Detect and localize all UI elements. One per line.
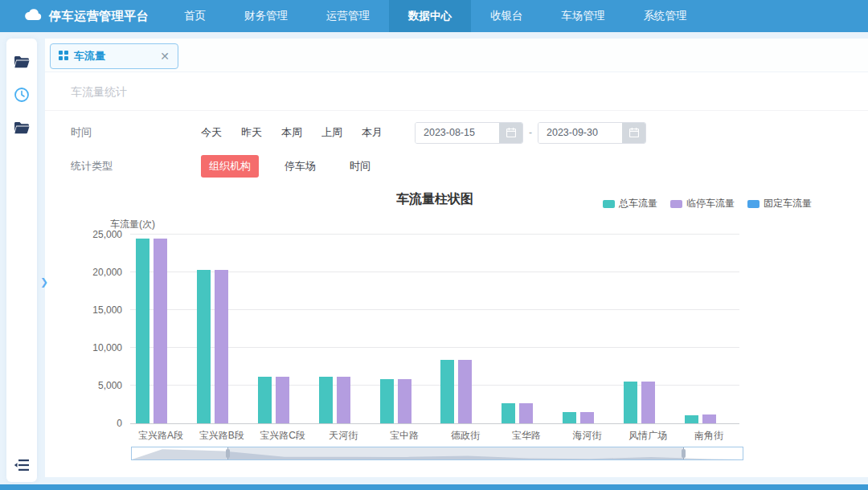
quick-option-3[interactable]: 上周 bbox=[321, 125, 342, 140]
legend-swatch bbox=[603, 200, 615, 208]
bar-总车流量 bbox=[258, 377, 272, 423]
bar-临停车流量 bbox=[702, 414, 716, 423]
nav-item-4[interactable]: 收银台 bbox=[471, 0, 542, 32]
collapse-menu-icon[interactable] bbox=[13, 456, 31, 474]
y-tick: 10,000 bbox=[74, 342, 122, 353]
legend-label: 临停车流量 bbox=[686, 197, 735, 210]
x-tick: 德政街 bbox=[435, 429, 496, 443]
bottom-strip bbox=[0, 484, 868, 490]
x-tick: 宝兴路B段 bbox=[191, 429, 252, 443]
tab-bar: 车流量 ✕ bbox=[45, 39, 868, 72]
bar-总车流量 bbox=[380, 379, 394, 423]
bar-总车流量 bbox=[502, 403, 515, 423]
x-tick: 宝华路 bbox=[496, 429, 557, 443]
brand: 停车运营管理平台 bbox=[0, 8, 165, 24]
datazoom-handle-left[interactable] bbox=[226, 449, 230, 458]
x-tick: 宝兴路C段 bbox=[252, 429, 313, 443]
legend-item-1[interactable]: 临停车流量 bbox=[670, 197, 735, 210]
chart-legend: 总车流量临停车流量固定车流量 bbox=[603, 197, 812, 210]
bar-临停车流量 bbox=[519, 403, 533, 423]
panel-header: 车流量统计 bbox=[45, 72, 868, 111]
bar-临停车流量 bbox=[154, 239, 167, 423]
filters: 时间 今天昨天本周上周本月 - 统计类型 组 bbox=[45, 111, 868, 183]
datazoom-handle-right[interactable] bbox=[682, 449, 686, 458]
type-filter-label: 统计类型 bbox=[71, 159, 201, 174]
type-option-2[interactable]: 时间 bbox=[342, 155, 379, 178]
x-tick: 南角街 bbox=[678, 429, 739, 443]
legend-label: 总车流量 bbox=[619, 197, 657, 210]
date-range: - bbox=[415, 122, 646, 144]
x-tick: 风情广场 bbox=[617, 429, 678, 443]
legend-swatch bbox=[747, 200, 760, 208]
tab-traffic-flow[interactable]: 车流量 ✕ bbox=[50, 43, 178, 69]
quick-option-4[interactable]: 本月 bbox=[362, 125, 383, 140]
top-navbar: 停车运营管理平台 首页财务管理运营管理数据中心收银台车场管理系统管理 bbox=[0, 0, 868, 32]
time-filter-label: 时间 bbox=[71, 125, 201, 140]
bar-总车流量 bbox=[440, 360, 454, 423]
y-axis-ticks: 05,00010,00015,00020,00025,000 bbox=[74, 235, 122, 424]
bar-临停车流量 bbox=[398, 379, 411, 423]
type-option-0[interactable]: 组织机构 bbox=[201, 155, 259, 178]
date-separator: - bbox=[529, 127, 532, 138]
type-option-1[interactable]: 停车场 bbox=[276, 155, 324, 178]
nav-item-3[interactable]: 数据中心 bbox=[389, 0, 471, 32]
tab-label: 车流量 bbox=[74, 49, 154, 63]
date-from-input[interactable] bbox=[416, 123, 499, 143]
content-panel: 车流量统计 时间 今天昨天本周上周本月 - bbox=[45, 72, 868, 477]
x-tick: 海河街 bbox=[557, 429, 618, 443]
date-from-box bbox=[415, 122, 523, 144]
calendar-button[interactable] bbox=[622, 123, 645, 143]
nav-item-5[interactable]: 车场管理 bbox=[542, 0, 624, 32]
y-tick: 0 bbox=[74, 418, 122, 429]
quick-date-options: 今天昨天本周上周本月 bbox=[201, 125, 383, 140]
cloud-icon bbox=[24, 8, 42, 24]
legend-label: 固定车流量 bbox=[764, 197, 812, 210]
datazoom-slider[interactable] bbox=[131, 447, 743, 460]
y-tick: 20,000 bbox=[74, 267, 122, 278]
bar-总车流量 bbox=[136, 239, 149, 423]
close-icon[interactable]: ✕ bbox=[160, 51, 170, 62]
type-filter-row: 统计类型 组织机构停车场时间 bbox=[71, 149, 842, 183]
y-tick: 5,000 bbox=[74, 380, 122, 391]
grid-icon bbox=[59, 49, 68, 63]
nav-item-0[interactable]: 首页 bbox=[165, 0, 225, 32]
datazoom-window[interactable] bbox=[227, 447, 684, 459]
date-to-input[interactable] bbox=[538, 123, 622, 143]
y-tick: 25,000 bbox=[74, 229, 122, 240]
chart-plot bbox=[130, 235, 739, 424]
nav-item-2[interactable]: 运营管理 bbox=[307, 0, 389, 32]
clock-icon[interactable] bbox=[13, 86, 31, 104]
bar-总车流量 bbox=[624, 382, 637, 423]
icon-sidebar bbox=[6, 39, 37, 482]
bar-临停车流量 bbox=[337, 377, 350, 423]
bar-临停车流量 bbox=[215, 270, 228, 423]
bar-临停车流量 bbox=[276, 377, 289, 423]
quick-option-1[interactable]: 昨天 bbox=[241, 125, 262, 140]
legend-item-2[interactable]: 固定车流量 bbox=[747, 197, 812, 210]
nav-item-1[interactable]: 财务管理 bbox=[225, 0, 307, 32]
bar-临停车流量 bbox=[580, 412, 594, 423]
stat-type-options: 组织机构停车场时间 bbox=[201, 155, 379, 178]
x-tick: 宝兴路A段 bbox=[130, 429, 191, 443]
gridline bbox=[130, 234, 739, 235]
quick-option-2[interactable]: 本周 bbox=[281, 125, 302, 140]
folder-icon[interactable] bbox=[13, 53, 31, 71]
main-nav: 首页财务管理运营管理数据中心收银台车场管理系统管理 bbox=[165, 0, 706, 32]
bar-临停车流量 bbox=[458, 360, 472, 423]
x-axis-labels: 宝兴路A段宝兴路B段宝兴路C段天河街宝中路德政街宝华路海河街风情广场南角街 bbox=[130, 429, 739, 442]
time-filter-row: 时间 今天昨天本周上周本月 - bbox=[71, 116, 842, 149]
nav-item-6[interactable]: 系统管理 bbox=[624, 0, 706, 32]
x-tick: 天河街 bbox=[313, 429, 374, 443]
date-to-box bbox=[538, 122, 646, 144]
panel-title: 车流量统计 bbox=[71, 85, 127, 98]
legend-item-0[interactable]: 总车流量 bbox=[603, 197, 657, 210]
bar-临停车流量 bbox=[641, 382, 655, 423]
folder-icon[interactable] bbox=[13, 119, 31, 137]
calendar-button[interactable] bbox=[499, 123, 522, 143]
bar-总车流量 bbox=[685, 415, 698, 423]
legend-swatch bbox=[670, 200, 682, 208]
app-title: 停车运营管理平台 bbox=[49, 9, 149, 24]
y-tick: 15,000 bbox=[74, 304, 122, 316]
expand-panel-arrow[interactable]: ❯ bbox=[40, 276, 48, 288]
quick-option-0[interactable]: 今天 bbox=[201, 125, 222, 140]
